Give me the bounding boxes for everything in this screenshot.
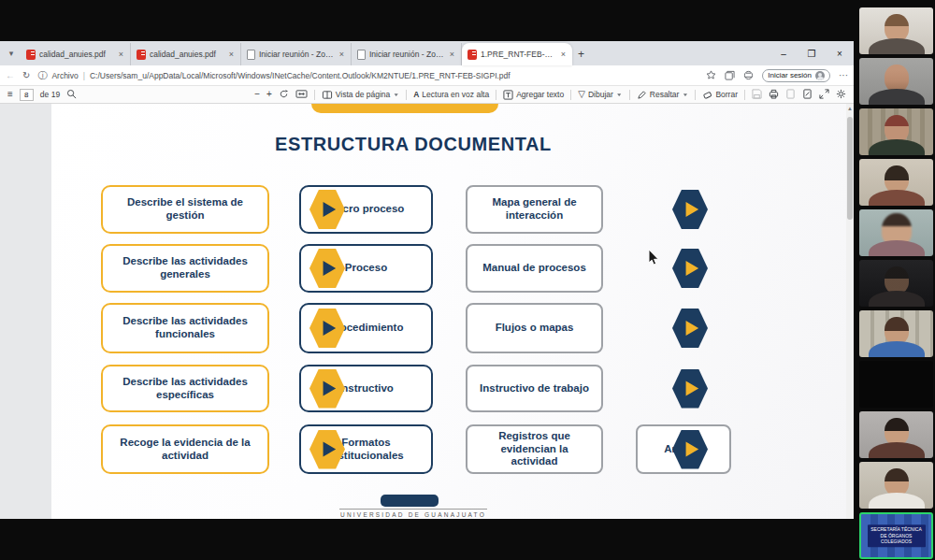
erase-label: Borrar [715, 90, 738, 99]
description-text: Describe las actividades funcionales [112, 315, 258, 340]
participant-video-active-speaker[interactable]: SECRETARÍA TÉCNICA DE ÓRGANOS COLEGIADOS [859, 512, 933, 559]
add-text-button[interactable]: Agregar texto [503, 90, 564, 100]
document-text: Instructivo [338, 382, 394, 395]
description-box: Describe el sistema de gestión [101, 185, 269, 234]
document-text: Proceso [345, 262, 387, 275]
participant-silhouette [885, 165, 909, 193]
participant-video-2[interactable] [859, 58, 933, 105]
new-tab-button[interactable]: + [578, 49, 584, 60]
draw-button[interactable]: ▽ Dibujar ▼ [578, 90, 623, 99]
pdf-page: ESTRUCTURA DOCUMENTAL Describe el sistem… [51, 104, 846, 519]
pdf-favicon [26, 50, 36, 60]
tab-close-icon[interactable]: × [228, 50, 235, 60]
participant-video-1[interactable] [859, 7, 933, 54]
scrollbar[interactable]: ▲ [846, 104, 854, 519]
participant-video-10[interactable] [859, 462, 933, 509]
participant-video-camera-off[interactable] [859, 361, 933, 408]
output-text: Registros que evidencian la actividad [477, 430, 592, 468]
page-count-label: de 19 [40, 90, 60, 99]
collections-icon[interactable] [725, 67, 735, 84]
university-footer: UNIVERSIDAD DE GUANAJUATO [291, 511, 536, 518]
rotate-icon[interactable] [279, 89, 289, 101]
thumbnail-icon[interactable] [785, 89, 796, 101]
active-speaker-label: SECRETARÍA TÉCNICA DE ÓRGANOS COLEGIADOS [868, 524, 926, 547]
address-bar[interactable]: ⓘ Archivo | C:/Users/sam_u/AppData/Local… [37, 69, 698, 82]
tab-pre-rnt-feb-sigpi-active[interactable]: 1.PRE_RNT-FEB-SIGPI.pdf × [462, 43, 572, 65]
ink-icon[interactable] [802, 89, 813, 101]
output-text: Manual de procesos [482, 262, 586, 275]
tab-actions-icon[interactable]: ▾ [4, 46, 19, 61]
participant-video-3[interactable] [859, 108, 933, 155]
tab-close-icon[interactable]: × [338, 50, 345, 60]
back-icon[interactable]: ← [6, 70, 15, 80]
tab-zoom-meeting-2[interactable]: Iniciar reunión - Zoom × [352, 43, 462, 65]
description-text: Describe las actividades generales [112, 255, 258, 280]
close-button[interactable]: × [826, 41, 854, 65]
page-number-input[interactable]: 8 [20, 89, 34, 101]
arrow-hexagon-icon [672, 369, 708, 409]
zoom-out-icon[interactable]: − [254, 90, 260, 99]
tab-calidad-anuies-2[interactable]: calidad_anuies.pdf × [131, 43, 241, 65]
tab-zoom-meeting-1[interactable]: Iniciar reunión - Zoom × [241, 43, 352, 65]
refresh-icon[interactable]: ↻ [22, 70, 30, 80]
info-icon[interactable]: ⓘ [37, 69, 47, 82]
erase-button[interactable]: Borrar [702, 90, 738, 100]
participant-video-6[interactable] [859, 260, 933, 307]
minimize-button[interactable]: – [770, 41, 798, 65]
scroll-up-icon[interactable]: ▲ [846, 106, 854, 111]
chevron-down-icon[interactable]: ▼ [682, 93, 688, 97]
navigation-bar: ← ↻ ⓘ Archivo | C:/Users/sam_u/AppData/L… [0, 65, 854, 86]
slide-top-ribbon [311, 104, 498, 113]
pdf-toolbar: ≡ 8 de 19 − + Vista de página ▼ A [0, 86, 854, 104]
output-text: Flujos o mapas [496, 322, 574, 335]
output-box: Registros que evidencian la actividad [466, 424, 603, 474]
fullscreen-icon[interactable] [819, 89, 829, 101]
output-box: Instructivo de trabajo [466, 365, 603, 412]
tab-title: calidad_anuies.pdf [39, 50, 114, 59]
tab-close-icon[interactable]: × [449, 50, 455, 60]
fit-width-icon[interactable] [295, 89, 308, 101]
description-box: Describe las actividades generales [101, 244, 269, 293]
search-icon[interactable] [66, 89, 77, 101]
participant-silhouette [885, 266, 909, 294]
participant-silhouette [885, 317, 909, 344]
favorites-icon[interactable] [706, 67, 716, 84]
chevron-down-icon: ▼ [393, 93, 399, 97]
read-aloud-button[interactable]: A Lectura en voz alta [413, 90, 489, 99]
output-text: Mapa general de interacción [477, 196, 592, 222]
zoom-in-icon[interactable]: + [266, 90, 272, 99]
browser-window: ▾ calidad_anuies.pdf × calidad_anuies.pd… [0, 41, 854, 519]
maximize-button[interactable]: ❐ [798, 41, 826, 65]
tab-title: Iniciar reunión - Zoom [369, 50, 445, 59]
tab-close-icon[interactable]: × [118, 50, 124, 60]
scrollbar-thumb[interactable] [847, 117, 853, 220]
tab-calidad-anuies-1[interactable]: calidad_anuies.pdf × [21, 43, 131, 65]
toc-menu-icon[interactable]: ≡ [7, 90, 13, 99]
web-capture-icon[interactable] [743, 67, 754, 84]
chevron-down-icon[interactable]: ▼ [616, 93, 623, 97]
arrow-hexagon-icon [672, 309, 708, 348]
more-menu-icon[interactable]: ··· [839, 70, 848, 80]
footer-divider [339, 509, 487, 510]
participant-video-4[interactable] [859, 159, 933, 206]
print-icon[interactable] [769, 89, 779, 101]
page-view-button[interactable]: Vista de página ▼ [322, 90, 399, 100]
signin-button[interactable]: Iniciar sesión [762, 69, 830, 82]
add-text-label: Agregar texto [516, 90, 564, 99]
avatar [815, 71, 825, 80]
read-aloud-label: Lectura en voz alta [422, 90, 489, 99]
highlight-button[interactable]: Resaltar ▼ [637, 90, 689, 100]
highlight-label: Resaltar [650, 90, 680, 99]
tab-close-icon[interactable]: × [560, 50, 567, 60]
settings-gear-icon[interactable] [836, 89, 846, 101]
description-text: Recoge la evidencia de la actividad [112, 437, 258, 462]
arrow-hexagon-icon [672, 249, 708, 288]
draw-label: Dibujar [588, 90, 613, 99]
pdf-viewer: ESTRUCTURA DOCUMENTAL Describe el sistem… [0, 104, 854, 519]
save-icon[interactable] [752, 89, 762, 101]
participant-video-5[interactable] [859, 209, 933, 256]
participant-video-9[interactable] [859, 411, 933, 458]
pdf-favicon [468, 50, 477, 60]
participant-video-7[interactable] [859, 310, 933, 357]
description-text: Describe las actividades específicas [112, 376, 258, 401]
